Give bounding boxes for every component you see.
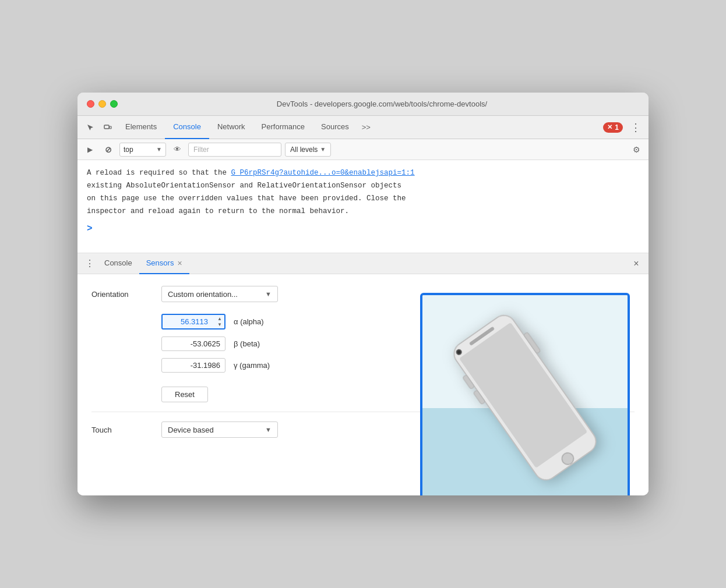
close-icon: ×: [633, 258, 639, 269]
menu-dots-icon: ⋮: [85, 258, 94, 269]
filter-placeholder: Filter: [193, 146, 209, 154]
orientation-label: Orientation: [91, 290, 161, 299]
devtools-tab-bar: Elements Console Network Performance Sou…: [77, 116, 649, 139]
sensors-tab-close[interactable]: ×: [177, 259, 182, 267]
touch-dropdown-value: Device based: [168, 426, 265, 434]
devtools-menu-button[interactable]: ⋮: [628, 119, 644, 136]
gamma-label: γ (gamma): [234, 361, 270, 370]
context-value: top: [124, 146, 154, 154]
alpha-input-wrapper: ▲ ▼: [161, 314, 225, 330]
bottom-tab-bar: ⋮ Console Sensors × ×: [77, 253, 649, 274]
gamma-input[interactable]: [161, 358, 225, 373]
cursor-icon[interactable]: [82, 119, 98, 136]
bottom-tab-console[interactable]: Console: [97, 253, 139, 274]
levels-value: All levels: [290, 146, 318, 154]
tab-elements[interactable]: Elements: [117, 116, 165, 139]
beta-input[interactable]: [161, 336, 225, 351]
console-link[interactable]: G_P6rpRSr4g?autohide...o=0&enablejsapi=1…: [231, 169, 415, 177]
context-selector[interactable]: top ▼: [119, 143, 166, 157]
console-message-1: A reload is required so that the G_P6rpR…: [87, 167, 639, 179]
levels-arrow: ▼: [320, 146, 326, 153]
console-message-2: existing AbsoluteOrientationSensor and R…: [87, 180, 639, 192]
console-toolbar: ▶ ⊘ top ▼ 👁 Filter All levels ▼ ⚙: [77, 139, 649, 160]
bottom-menu-button[interactable]: ⋮: [82, 256, 97, 271]
svg-rect-0: [104, 125, 109, 129]
maximize-button[interactable]: [110, 100, 118, 108]
stop-button[interactable]: ⊘: [101, 142, 116, 157]
tab-performance[interactable]: Performance: [253, 116, 313, 139]
console-prompt[interactable]: >: [87, 222, 639, 237]
alpha-label: α (alpha): [234, 317, 264, 326]
error-icon: ✕: [607, 123, 612, 131]
eye-button[interactable]: 👁: [170, 142, 185, 157]
alpha-decrement[interactable]: ▼: [215, 322, 224, 328]
beta-label: β (beta): [234, 339, 260, 348]
play-icon: ▶: [87, 146, 93, 154]
device-viz-background: [422, 295, 628, 495]
gamma-input-wrapper: [161, 358, 225, 373]
eye-icon: 👁: [174, 145, 181, 154]
execute-button[interactable]: ▶: [82, 142, 97, 157]
orientation-dropdown-arrow: ▼: [265, 291, 272, 297]
svg-rect-1: [110, 126, 111, 129]
minimize-button[interactable]: [98, 100, 106, 108]
title-bar: DevTools - developers.google.com/web/too…: [77, 93, 649, 116]
close-panel-button[interactable]: ×: [629, 256, 644, 271]
error-count: 1: [615, 123, 619, 132]
tab-console[interactable]: Console: [165, 116, 209, 139]
orientation-dropdown-value: Custom orientation...: [168, 290, 265, 299]
reset-button[interactable]: Reset: [161, 387, 208, 402]
orientation-dropdown[interactable]: Custom orientation... ▼: [161, 286, 278, 302]
bottom-tab-sensors[interactable]: Sensors ×: [139, 253, 189, 274]
alpha-stepper: ▲ ▼: [215, 316, 224, 328]
context-arrow: ▼: [156, 146, 162, 153]
console-message-4: inspector and reload again to return to …: [87, 206, 639, 217]
close-button[interactable]: [87, 100, 94, 108]
beta-input-wrapper: [161, 336, 225, 351]
touch-dropdown-arrow: ▼: [265, 426, 272, 433]
stop-icon: ⊘: [105, 145, 112, 154]
bottom-panel: ⋮ Console Sensors × × Orientation Custom…: [77, 253, 649, 495]
tab-sources[interactable]: Sources: [313, 116, 357, 139]
device-toolbar-icon[interactable]: [100, 119, 116, 136]
levels-selector[interactable]: All levels ▼: [285, 143, 331, 157]
tab-network[interactable]: Network: [209, 116, 253, 139]
sensors-panel-content: Orientation Custom orientation... ▼ ▲ ▼: [77, 274, 649, 495]
filter-input[interactable]: Filter: [188, 143, 281, 157]
touch-dropdown[interactable]: Device based ▼: [161, 421, 278, 438]
touch-label: Touch: [91, 426, 161, 434]
console-message-3: on this page use the overridden values t…: [87, 193, 639, 204]
traffic-lights: [87, 100, 118, 108]
console-output: A reload is required so that the G_P6rpR…: [77, 160, 649, 253]
settings-button[interactable]: ⚙: [629, 142, 644, 157]
gear-icon: ⚙: [633, 145, 640, 154]
window-title: DevTools - developers.google.com/web/too…: [125, 100, 639, 108]
phone-model: [436, 299, 613, 495]
alpha-increment[interactable]: ▲: [215, 316, 224, 322]
devtools-window: DevTools - developers.google.com/web/too…: [77, 93, 649, 495]
more-tabs-button[interactable]: >>: [357, 123, 375, 132]
error-badge[interactable]: ✕ 1: [603, 122, 623, 133]
device-visualization: [420, 293, 630, 495]
